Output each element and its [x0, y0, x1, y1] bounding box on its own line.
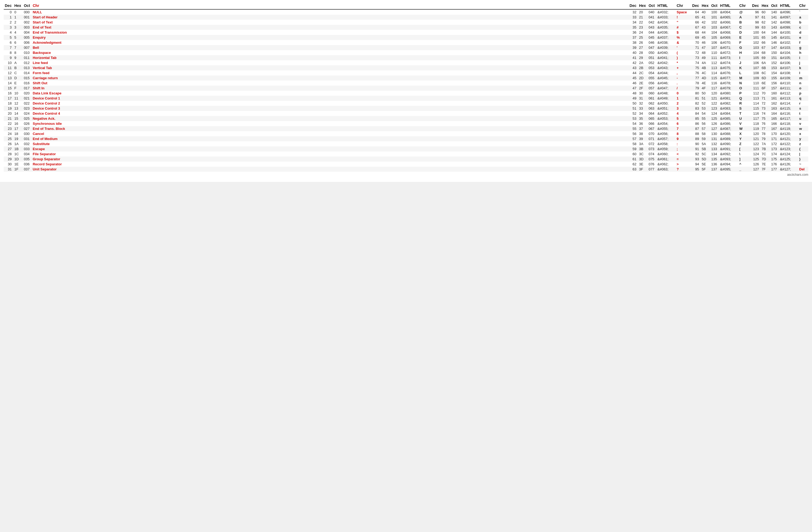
table-row: 11001Start of Header3321041&#033;!654110… — [4, 15, 808, 20]
table-row: 2014024Device Control 45234064&#052;4845… — [4, 111, 808, 116]
col-header-html4: HTML — [779, 3, 798, 9]
col-header-hex4: Hex — [760, 3, 770, 9]
table-row: 271B033Escape593B073&#059;;915B133&#091;… — [4, 146, 808, 152]
table-row: 261A032Substitute583A072&#058;:905A132&#… — [4, 141, 808, 146]
header-row: Dec Hex Oct Chr Dec Hex Oct HTML Chr Dec… — [4, 3, 808, 9]
table-row: 291D035Group Separator613D075&#061;=935D… — [4, 157, 808, 162]
col-header-dec3: Dec — [691, 3, 701, 9]
col-header-oct1: Oct — [23, 3, 31, 9]
table-row: 2216026Synchronous idle5436066&#054;6865… — [4, 121, 808, 126]
main-container: Dec Hex Oct Chr Dec Hex Oct HTML Chr Dec… — [0, 0, 812, 182]
table-row: 10A012Line feed422A052&#042;*744A112&#07… — [4, 60, 808, 65]
table-row: 66006Acknowledgment3826046&#038;&7046106… — [4, 40, 808, 45]
table-row: 301E036Record Separator623E076&#062;>945… — [4, 162, 808, 167]
ascii-table: Dec Hex Oct Chr Dec Hex Oct HTML Chr Dec… — [4, 3, 808, 172]
table-row: 77007Bell3927047&#039;'7147107&#071;G103… — [4, 45, 808, 50]
table-row: 1913023Device Control 35133063&#051;3835… — [4, 106, 808, 111]
table-row: 2115025Negative Ack.5335065&#053;5855512… — [4, 116, 808, 121]
table-row: 281C034File Separator603C074&#060;<925C1… — [4, 152, 808, 157]
col-header-dec2: Dec — [628, 3, 638, 9]
table-row: 2317027End of Trans. Block5537067&#055;7… — [4, 126, 808, 131]
col-header-dec1: Dec — [4, 3, 13, 9]
col-header-chrsym2: Chr — [676, 3, 688, 9]
col-header-hex2: Hex — [638, 3, 648, 9]
col-header-hex3: Hex — [700, 3, 710, 9]
table-row: 55005Enquiry3725045&#037;%6945105&#069;E… — [4, 35, 808, 40]
table-row: 33003End of Text3523043&#035;#6743103&#0… — [4, 25, 808, 30]
col-header-oct4: Oct — [770, 3, 779, 9]
col-header-hex1: Hex — [13, 3, 23, 9]
table-row: 1812022Device Control 25032062&#050;2825… — [4, 101, 808, 106]
col-header-dec4: Dec — [751, 3, 760, 9]
table-row: 1610020Data Link Escape4830060&#048;0805… — [4, 91, 808, 96]
table-row: 22002Start of Text3422042&#034;"6642102&… — [4, 20, 808, 25]
table-row: 14E016Shift Out462E056&#046;.784E116&#07… — [4, 81, 808, 86]
footer-text: asciichars.com — [4, 173, 808, 176]
table-row: 311F037Unit Separator633F077&#063;?955F1… — [4, 167, 808, 172]
col-header-chrsym3: Chr — [738, 3, 748, 9]
col-header-oct2: Oct — [648, 3, 656, 9]
table-row: 99011Horizontal Tab4129051&#041;)7349111… — [4, 55, 808, 60]
table-row: 2418030Cancel5638070&#056;88858130&#088;… — [4, 131, 808, 136]
col-header-html2: HTML — [656, 3, 676, 9]
table-row: 11B013Vertical Tab432B053&#043;+754B113&… — [4, 65, 808, 70]
col-header-chrsym4: Chr — [798, 3, 808, 9]
col-header-oct3: Oct — [710, 3, 719, 9]
table-row: 15F017Shift In472F057&#047;/794F117&#079… — [4, 86, 808, 91]
col-header-chr1: Chr — [32, 3, 626, 9]
col-header-html3: HTML — [719, 3, 738, 9]
table-body: 00000NULL3220040&#032;Space6440100&#064;… — [4, 9, 808, 172]
table-row: 88010Backspace4028050&#040;(7248110&#072… — [4, 50, 808, 55]
table-row: 00000NULL3220040&#032;Space6440100&#064;… — [4, 9, 808, 15]
table-row: 1711021Device Control 14931061&#049;1815… — [4, 96, 808, 101]
table-row: 44004End of Transmission3624044&#036;$68… — [4, 30, 808, 35]
table-row: 13D015Carriage return452D055&#045;-774D1… — [4, 75, 808, 81]
table-row: 12C014Form feed442C054&#044;,764C114&#07… — [4, 70, 808, 75]
table-row: 2519031End of Medium5739071&#057;9895913… — [4, 136, 808, 141]
